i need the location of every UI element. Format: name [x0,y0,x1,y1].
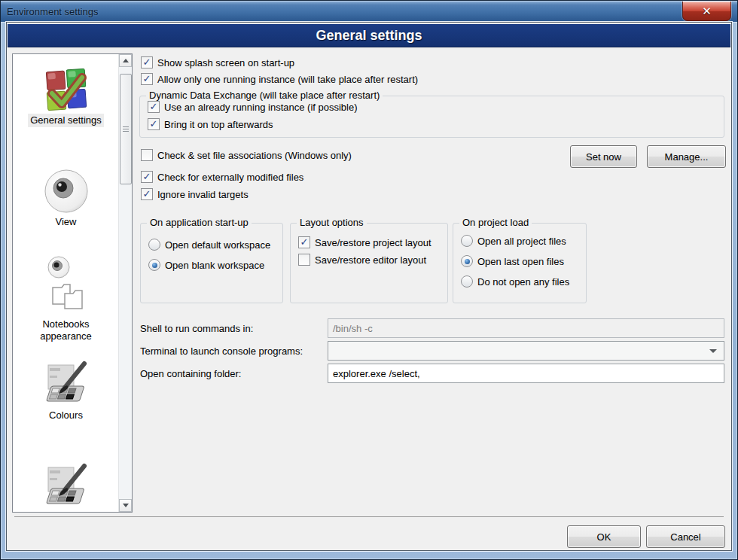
check-icon: ✓ [143,171,151,182]
cancel-button[interactable]: Cancel [646,525,725,548]
scroll-up-icon [123,59,129,62]
checkbox-row-use-running[interactable]: ✓ Use an already running instance (if po… [148,101,358,113]
radio-row-open-blank[interactable]: Open blank workspace [148,259,264,271]
radio-button[interactable] [148,259,160,271]
footer-divider [14,516,724,517]
radio-row-open-default[interactable]: Open default workspace [148,239,270,251]
check-icon: ✓ [143,56,151,68]
check-icon: ✓ [143,188,151,199]
checkbox-label: Save/restore project layout [315,237,432,248]
radio-row-open-last[interactable]: Open last open files [461,255,564,267]
checkbox-row-project-layout[interactable]: ✓ Save/restore project layout [298,236,432,248]
radio-label: Open blank workspace [165,260,264,271]
shell-label: Shell to run commands in: [140,323,253,334]
sidebar-item-label: View [53,215,79,229]
checkbox[interactable]: ✓ [141,149,153,161]
checkbox[interactable]: ✓ [148,118,160,130]
ok-button[interactable]: OK [567,525,641,548]
checkbox-label: Check for externally modified files [157,172,303,183]
checkbox-row-editor-layout[interactable]: ✓ Save/restore editor layout [298,254,426,266]
close-button[interactable]: ✕ [682,2,731,21]
scroll-grip-icon [123,126,129,132]
radio-row-open-all[interactable]: Open all project files [461,235,566,247]
scroll-up-button[interactable] [119,54,132,67]
checkbox[interactable]: ✓ [148,101,160,113]
radio-label: Open all project files [477,236,566,247]
startup-groupbox: On application start-up Open default wor… [140,223,283,303]
shell-input[interactable]: /bin/sh -c [328,318,724,338]
sidebar-item-label: Notebooks appearance [29,318,103,343]
scroll-down-icon [123,504,129,507]
radio-dot-icon [465,259,470,264]
scroll-down-button[interactable] [119,499,132,512]
checkbox[interactable]: ✓ [298,236,310,248]
page-title: General settings [316,28,422,44]
radio-button[interactable] [461,275,473,288]
scroll-thumb[interactable] [120,74,132,184]
check-icon: ✓ [150,118,158,129]
sidebar-item-label: Colours [47,409,85,422]
radio-label: Open last open files [477,256,564,267]
checkbox-row-single-instance[interactable]: ✓ Allow only one running instance (will … [141,73,418,85]
checkbox-row-ignore-invalid[interactable]: ✓ Ignore invalid targets [141,188,249,200]
eye-icon [42,167,90,215]
checkbox-label: Use an already running instance (if poss… [164,102,358,113]
terminal-label: Terminal to launch console programs: [140,345,303,357]
sidebar-item-notebooks-appearance[interactable]: Notebooks appearance [13,254,119,343]
manage-button[interactable]: Manage... [647,145,726,168]
groupbox-title: Layout options [297,217,367,228]
checkbox-label: Save/restore editor layout [315,254,426,266]
checkbox-label: Show splash screen on start-up [157,57,294,68]
checkbox-row-check-modified[interactable]: ✓ Check for externally modified files [141,171,303,183]
set-now-button[interactable]: Set now [570,145,637,168]
window-title: Environment settings [7,1,98,23]
groupbox-title: On application start-up [147,217,252,228]
checkbox[interactable]: ✓ [141,188,153,200]
radio-button[interactable] [148,239,160,251]
radio-label: Open default workspace [165,239,270,251]
radio-row-open-none[interactable]: Do not open any files [461,275,569,288]
checkbox-label: Check & set file associations (Windows o… [157,150,352,161]
checkbox-row-bring-top[interactable]: ✓ Bring it on top afterwards [148,118,273,130]
layout-groupbox: Layout options ✓ Save/restore project la… [290,223,448,303]
environment-settings-dialog: Environment settings ✕ General settings [0,0,738,560]
groupbox-title: On project load [459,217,532,228]
checkbox-label: Allow only one running instance (will ta… [157,74,418,85]
open-folder-input[interactable]: explorer.exe /select, [328,364,724,383]
dialog-panel: General settings [7,23,731,550]
check-icon: ✓ [300,236,309,248]
titlebar[interactable]: Environment settings ✕ [1,1,737,23]
checkbox-label: Bring it on top afterwards [164,119,273,130]
groupbox-title: Dynamic Data Exchange (will take place a… [146,90,383,101]
project-load-groupbox: On project load Open all project files O… [453,223,587,303]
sidebar-scrollbar[interactable] [118,54,132,512]
sidebar-item-label: General settings [28,114,104,127]
check-icon: ✓ [143,73,151,84]
palette-brush-icon [42,361,90,409]
dropdown-arrow-icon [709,349,717,353]
radio-button[interactable] [461,235,473,247]
checkbox-row-file-assoc[interactable]: ✓ Check & set file associations (Windows… [141,149,352,161]
open-folder-label: Open containing folder: [140,368,241,379]
settings-header: General settings [8,24,730,47]
checkbox-row-show-splash[interactable]: ✓ Show splash screen on start-up [141,56,294,68]
palette-brush-icon [42,463,90,511]
cubes-check-icon [42,65,90,114]
sidebar-item-colours[interactable]: Colours [13,361,119,422]
checkbox-label: Ignore invalid targets [157,189,249,200]
radio-button[interactable] [461,255,473,267]
dde-groupbox: Dynamic Data Exchange (will take place a… [139,96,724,138]
terminal-combobox[interactable] [328,341,724,361]
sidebar-item-view[interactable]: View [13,167,119,229]
checkbox[interactable]: ✓ [141,73,153,85]
sidebar-item-general-settings[interactable]: General settings [13,65,119,127]
radio-dot-icon [152,263,157,268]
sidebar-list: General settings View [12,53,133,513]
checkbox[interactable]: ✓ [141,171,153,183]
sidebar-item-partial[interactable] [13,463,119,511]
checkbox[interactable]: ✓ [141,56,153,68]
close-icon: ✕ [702,5,712,17]
eye-folders-icon [42,254,90,318]
checkbox[interactable]: ✓ [298,254,310,266]
radio-label: Do not open any files [477,276,569,288]
